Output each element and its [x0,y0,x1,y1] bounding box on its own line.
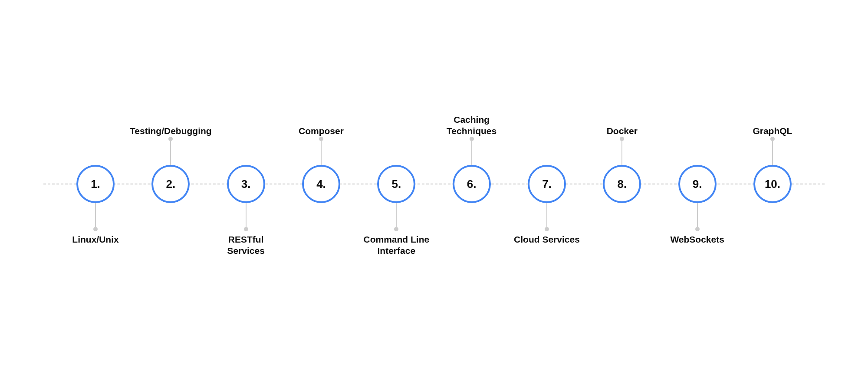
dot-bottom-5 [394,227,398,231]
label-top-6: Caching Techniques [437,67,506,137]
connector-top-2 [170,141,171,165]
circle-6: 6. [453,165,491,203]
circle-3: 3. [227,165,265,203]
dot-top-4 [319,137,323,141]
circle-9: 9. [678,165,717,203]
timeline-diagram: 1.Linux/UnixTesting/Debugging2.3.RESTful… [43,32,825,336]
dot-bottom-1 [93,227,98,231]
connector-bottom-5 [396,203,397,227]
connector-top-8 [621,141,622,165]
circle-5: 5. [377,165,415,203]
label-bottom-9: WebSockets [670,231,724,301]
connector-top-10 [772,141,773,165]
label-bottom-3: RESTful Services [211,231,281,301]
circle-4: 4. [302,165,340,203]
connector-bottom-3 [246,203,247,227]
node-wrapper-7: 7.Cloud Services [512,67,582,301]
node-wrapper-8: Docker8. [587,67,657,301]
nodes-container: 1.Linux/UnixTesting/Debugging2.3.RESTful… [43,32,825,336]
dot-bottom-7 [545,227,549,231]
circle-2: 2. [151,165,190,203]
label-top-2: Testing/Debugging [130,67,212,137]
connector-top-4 [321,141,322,165]
node-wrapper-2: Testing/Debugging2. [136,67,205,301]
node-wrapper-9: 9.WebSockets [663,67,732,301]
node-wrapper-4: Composer4. [286,67,356,301]
dot-bottom-9 [695,227,700,231]
node-wrapper-10: GraphQL10. [738,67,807,301]
dot-top-8 [620,137,624,141]
dot-top-10 [770,137,775,141]
circle-10: 10. [753,165,792,203]
dot-top-2 [168,137,173,141]
dot-bottom-3 [244,227,248,231]
label-bottom-7: Cloud Services [514,231,580,301]
circle-8: 8. [603,165,641,203]
node-wrapper-3: 3.RESTful Services [211,67,281,301]
node-wrapper-5: 5.Command Line Interface [362,67,431,301]
circle-7: 7. [528,165,566,203]
label-bottom-5: Command Line Interface [362,231,431,301]
dot-top-6 [470,137,474,141]
connector-bottom-9 [697,203,698,227]
label-top-4: Composer [299,67,344,137]
connector-top-6 [471,141,472,165]
connector-bottom-7 [546,203,547,227]
label-bottom-1: Linux/Unix [72,231,118,301]
connector-bottom-1 [95,203,96,227]
node-wrapper-1: 1.Linux/Unix [61,67,130,301]
circle-1: 1. [76,165,115,203]
label-top-10: GraphQL [753,67,792,137]
label-top-8: Docker [607,67,638,137]
node-wrapper-6: Caching Techniques6. [437,67,506,301]
